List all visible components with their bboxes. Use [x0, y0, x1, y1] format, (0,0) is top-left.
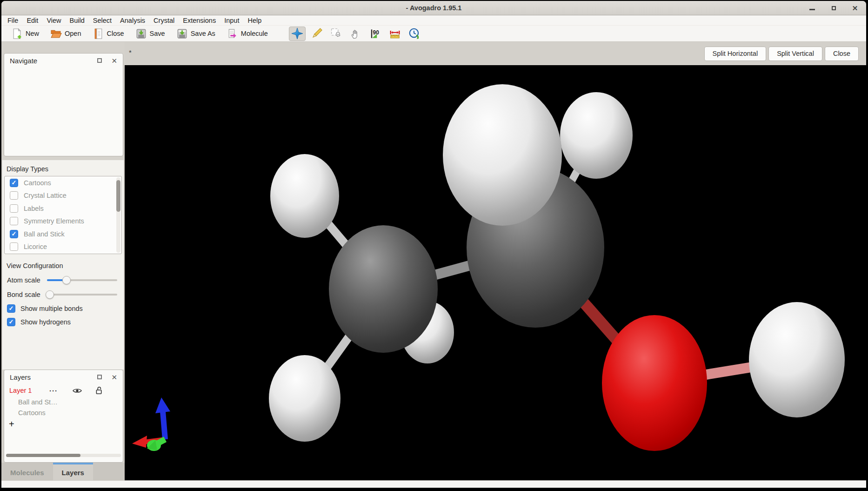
split-horizontal-button[interactable]: Split Horizontal — [704, 47, 767, 61]
display-type-crystal-lattice[interactable]: Crystal Lattice — [5, 189, 121, 202]
layers-list: Layer 1 ··· Ball and St…Cartoons + — [4, 384, 123, 461]
close-button[interactable]: Close — [89, 27, 127, 40]
split-vertical-button[interactable]: Split Vertical — [768, 47, 822, 61]
display-type-checkbox[interactable] — [10, 179, 18, 187]
layer-name[interactable]: Layer 1 — [9, 387, 43, 394]
slider-label: Atom scale — [7, 276, 47, 284]
animation-tool-icon — [408, 27, 421, 40]
atom-H — [560, 92, 633, 179]
display-type-licorice[interactable]: Licorice — [5, 241, 121, 254]
scrollbar-thumb[interactable] — [6, 454, 80, 457]
slider-thumb[interactable] — [62, 276, 71, 284]
display-types-title: Display Types — [2, 160, 124, 176]
manipulate-tool-icon — [350, 27, 362, 40]
lock-open-icon[interactable] — [96, 386, 103, 395]
display-type-label: Cartoons — [24, 179, 51, 187]
display-type-symmetry-elements[interactable]: Symmetry Elements — [5, 215, 121, 228]
show-multiple-bonds-option[interactable]: Show multiple bonds — [2, 302, 124, 315]
maximize-button[interactable] — [830, 5, 837, 12]
slider[interactable] — [47, 287, 119, 302]
option-label: Show multiple bonds — [20, 305, 83, 312]
display-type-labels[interactable]: Labels — [5, 202, 121, 215]
new-button[interactable]: New — [8, 27, 42, 40]
display-type-ball-and-stick[interactable]: Ball and Stick — [5, 228, 121, 241]
toolbar-button-label: Save As — [191, 30, 215, 37]
molecule-file-icon — [227, 28, 238, 40]
menu-view[interactable]: View — [42, 15, 65, 26]
close-button[interactable]: Close — [825, 47, 859, 61]
atom-scale-slider-row: Atom scale — [2, 273, 124, 287]
atom-H — [443, 84, 562, 226]
draw-tool-button[interactable] — [308, 27, 325, 41]
close-panel-icon[interactable]: ✕ — [111, 57, 117, 64]
layer-item-ball-and-st[interactable]: Ball and St… — [4, 397, 123, 408]
close-window-button[interactable]: ✕ — [851, 5, 859, 12]
window-controls: ✕ — [808, 1, 859, 15]
toolbar-button-label: New — [26, 30, 39, 37]
bond-centric-tool-button[interactable] — [367, 27, 384, 41]
menu-extensions[interactable]: Extensions — [179, 15, 220, 26]
display-type-checkbox[interactable] — [10, 204, 18, 213]
slider-thumb[interactable] — [46, 290, 54, 299]
viewport-area: * Split HorizontalSplit VerticalClose — [125, 42, 866, 480]
menu-input[interactable]: Input — [220, 15, 243, 26]
modified-view-tab[interactable]: * — [125, 48, 132, 59]
toolbar-button-label: Save — [150, 30, 165, 37]
menu-build[interactable]: Build — [66, 15, 89, 26]
visibility-eye-icon[interactable] — [73, 388, 82, 394]
display-type-cartoons[interactable]: Cartoons — [5, 176, 121, 189]
menu-file[interactable]: File — [3, 15, 22, 26]
close-document-icon — [93, 28, 104, 40]
scrollbar-thumb[interactable] — [116, 180, 120, 212]
menu-select[interactable]: Select — [89, 15, 116, 26]
navigate-panel-title: Navigate — [10, 57, 37, 65]
measure-tool-button[interactable] — [387, 27, 403, 41]
molecule-button[interactable]: Molecule — [223, 27, 271, 40]
option-checkbox[interactable] — [7, 318, 15, 326]
navigate-panel: Navigate ✕ — [4, 53, 123, 156]
menu-help[interactable]: Help — [243, 15, 266, 26]
selection-tool-button[interactable] — [328, 27, 345, 41]
open-button[interactable]: Open — [47, 27, 84, 40]
display-type-checkbox[interactable] — [10, 191, 18, 200]
manipulate-tool-button[interactable] — [347, 27, 364, 41]
layer-menu-icon[interactable]: ··· — [49, 387, 58, 395]
save-button[interactable]: Save — [132, 27, 168, 40]
maximize-icon — [832, 6, 836, 10]
gl-viewport-canvas[interactable] — [125, 65, 866, 480]
draw-tool-icon — [311, 27, 323, 40]
animation-tool-button[interactable] — [406, 27, 423, 41]
show-hydrogens-option[interactable]: Show hydrogens — [2, 315, 124, 329]
float-panel-icon[interactable] — [97, 58, 102, 63]
display-type-checkbox[interactable] — [10, 230, 18, 238]
menu-edit[interactable]: Edit — [22, 15, 42, 26]
atom-H — [269, 355, 341, 442]
file-button-group: New Open Close Save Save As Molecule — [8, 27, 276, 40]
option-checkbox[interactable] — [7, 304, 15, 313]
navigate-tool-icon — [291, 27, 303, 40]
navigate-tool-button[interactable] — [289, 27, 306, 41]
save-as-icon — [176, 28, 188, 40]
minimize-icon — [809, 9, 815, 10]
slider-label: Bond scale — [7, 291, 47, 298]
layer-item-cartoons[interactable]: Cartoons — [4, 408, 123, 418]
display-type-checkbox[interactable] — [10, 217, 18, 225]
display-settings-section: Display Types Cartoons Crystal Lattice L… — [2, 160, 124, 370]
atom-H — [749, 302, 845, 417]
view-tab-strip: * Split HorizontalSplit VerticalClose — [125, 42, 866, 65]
menu-crystal[interactable]: Crystal — [149, 15, 179, 26]
close-panel-icon[interactable]: ✕ — [111, 374, 117, 381]
layer-row[interactable]: Layer 1 ··· — [4, 384, 123, 397]
slider[interactable] — [47, 273, 119, 287]
new-document-icon — [11, 28, 23, 40]
menu-analysis[interactable]: Analysis — [116, 15, 149, 26]
display-type-checkbox[interactable] — [10, 242, 18, 251]
save-as-button[interactable]: Save As — [173, 27, 219, 40]
avogadro-window: - Avogadro 1.95.1 ✕ FileEditViewBuildSel… — [1, 1, 866, 488]
display-type-label: Crystal Lattice — [24, 192, 67, 199]
tab-molecules[interactable]: Molecules — [1, 463, 53, 480]
float-panel-icon[interactable] — [97, 375, 102, 379]
tab-layers[interactable]: Layers — [53, 463, 93, 480]
add-layer-button[interactable]: + — [4, 418, 18, 429]
minimize-button[interactable] — [808, 5, 816, 12]
